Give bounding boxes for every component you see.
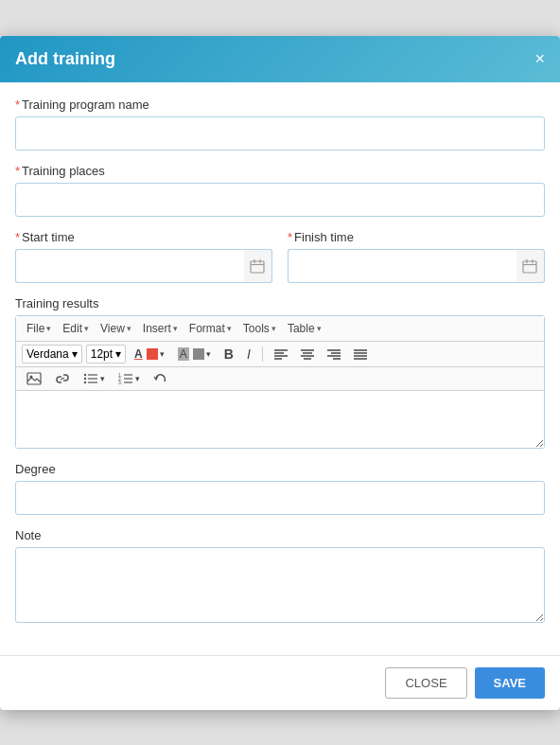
required-marker3: * bbox=[15, 230, 20, 244]
note-group: Note bbox=[15, 528, 545, 627]
align-right-icon bbox=[327, 348, 341, 360]
font-family-selector[interactable]: Verdana ▾ bbox=[22, 345, 82, 364]
start-time-group: *Start time bbox=[15, 230, 272, 283]
svg-rect-24 bbox=[27, 373, 41, 384]
finish-time-input[interactable] bbox=[288, 249, 516, 283]
time-row: *Start time *Finish t bbox=[15, 230, 545, 296]
undo-button[interactable] bbox=[149, 370, 173, 387]
modal-body: *Training program name *Training places … bbox=[0, 82, 560, 655]
training-results-group: Training results File ▾ Edit ▾ View ▾ bbox=[15, 296, 545, 449]
text-color-arrow: ▾ bbox=[160, 349, 165, 359]
editor-content-area[interactable] bbox=[16, 391, 544, 448]
degree-group: Degree bbox=[15, 462, 545, 515]
training-program-name-label: *Training program name bbox=[15, 98, 545, 112]
required-marker4: * bbox=[288, 230, 292, 244]
separator1 bbox=[262, 346, 263, 362]
image-icon bbox=[26, 372, 42, 385]
view-arrow: ▾ bbox=[127, 324, 131, 333]
link-icon bbox=[55, 372, 70, 385]
required-marker: * bbox=[15, 98, 20, 112]
align-center-button[interactable] bbox=[296, 346, 319, 362]
table-menu-button[interactable]: Table ▾ bbox=[283, 320, 326, 337]
degree-label: Degree bbox=[15, 462, 545, 476]
toolbar-row-1: File ▾ Edit ▾ View ▾ Insert ▾ bbox=[16, 316, 544, 342]
svg-point-27 bbox=[84, 373, 86, 375]
justify-button[interactable] bbox=[349, 346, 372, 362]
bold-button[interactable]: B bbox=[219, 345, 238, 364]
training-places-group: *Training places bbox=[15, 164, 545, 217]
text-color-indicator bbox=[147, 348, 158, 360]
align-right-button[interactable] bbox=[323, 346, 345, 362]
start-time-input-group bbox=[15, 249, 272, 283]
text-color-button[interactable]: A ▾ bbox=[130, 346, 169, 363]
table-arrow: ▾ bbox=[317, 324, 322, 333]
svg-rect-0 bbox=[251, 261, 264, 273]
close-x-button[interactable]: × bbox=[534, 50, 545, 67]
note-label: Note bbox=[15, 528, 545, 542]
svg-rect-4 bbox=[523, 261, 536, 273]
toolbar-row-3: ▾ 1. 2. 3. ▾ bbox=[16, 367, 544, 391]
svg-line-26 bbox=[61, 378, 64, 380]
italic-button[interactable]: I bbox=[242, 345, 255, 364]
training-places-label: *Training places bbox=[15, 164, 545, 178]
unordered-list-button[interactable]: ▾ bbox=[79, 370, 110, 387]
view-menu-button[interactable]: View ▾ bbox=[96, 320, 136, 337]
svg-point-29 bbox=[84, 377, 86, 379]
modal-footer: CLOSE SAVE bbox=[0, 655, 560, 710]
finish-time-group: *Finish time bbox=[288, 230, 545, 283]
start-time-input[interactable] bbox=[15, 249, 244, 283]
ul-arrow: ▾ bbox=[100, 374, 105, 383]
font-family-arrow: ▾ bbox=[72, 347, 78, 361]
insert-link-button[interactable] bbox=[50, 370, 75, 387]
finish-time-input-group bbox=[288, 249, 545, 283]
calendar-icon bbox=[250, 258, 265, 274]
format-arrow: ▾ bbox=[227, 324, 232, 333]
add-training-modal: Add training × *Training program name *T… bbox=[0, 36, 560, 710]
degree-input[interactable] bbox=[15, 481, 545, 515]
svg-text:3.: 3. bbox=[118, 380, 122, 385]
modal-title: Add training bbox=[15, 49, 115, 69]
start-time-calendar-button[interactable] bbox=[244, 249, 272, 283]
file-menu-button[interactable]: File ▾ bbox=[22, 320, 56, 337]
edit-menu-button[interactable]: Edit ▾ bbox=[58, 320, 94, 337]
ol-icon: 1. 2. 3. bbox=[118, 372, 133, 385]
insert-image-button[interactable] bbox=[22, 370, 46, 387]
format-menu-button[interactable]: Format ▾ bbox=[184, 320, 236, 337]
finish-time-label: *Finish time bbox=[288, 230, 545, 244]
ul-icon bbox=[83, 372, 98, 385]
align-left-button[interactable] bbox=[270, 346, 292, 362]
edit-arrow: ▾ bbox=[84, 324, 89, 333]
save-button[interactable]: SAVE bbox=[475, 667, 545, 699]
tools-arrow: ▾ bbox=[271, 324, 276, 333]
training-program-name-group: *Training program name bbox=[15, 98, 545, 151]
finish-time-calendar-button[interactable] bbox=[516, 249, 545, 283]
undo-icon bbox=[153, 372, 168, 385]
bg-color-arrow: ▾ bbox=[206, 349, 211, 359]
svg-point-31 bbox=[84, 381, 86, 382]
insert-arrow: ▾ bbox=[173, 324, 178, 333]
align-left-icon bbox=[274, 348, 288, 360]
bg-color-indicator bbox=[193, 348, 204, 360]
text-color-label: A bbox=[134, 347, 143, 361]
font-size-selector[interactable]: 12pt ▾ bbox=[86, 345, 126, 364]
rich-text-editor: File ▾ Edit ▾ View ▾ Insert ▾ bbox=[15, 315, 545, 449]
ol-arrow: ▾ bbox=[135, 374, 140, 383]
training-program-name-input[interactable] bbox=[15, 116, 545, 151]
bg-color-button[interactable]: A ▾ bbox=[173, 346, 216, 363]
training-results-label: Training results bbox=[15, 296, 545, 310]
tools-menu-button[interactable]: Tools ▾ bbox=[238, 320, 281, 337]
align-center-icon bbox=[301, 348, 314, 360]
start-time-label: *Start time bbox=[15, 230, 272, 244]
file-arrow: ▾ bbox=[46, 324, 51, 333]
font-toolbar-row: Verdana ▾ 12pt ▾ A ▾ A bbox=[16, 342, 544, 367]
insert-menu-button[interactable]: Insert ▾ bbox=[138, 320, 183, 337]
font-size-arrow: ▾ bbox=[115, 347, 121, 361]
note-textarea[interactable] bbox=[15, 547, 545, 623]
required-marker2: * bbox=[15, 164, 20, 178]
training-places-input[interactable] bbox=[15, 183, 545, 217]
bg-color-label: A bbox=[178, 347, 189, 361]
justify-icon bbox=[354, 348, 367, 360]
modal-header: Add training × bbox=[0, 36, 560, 82]
close-button[interactable]: CLOSE bbox=[385, 667, 466, 699]
ordered-list-button[interactable]: 1. 2. 3. ▾ bbox=[114, 370, 145, 387]
